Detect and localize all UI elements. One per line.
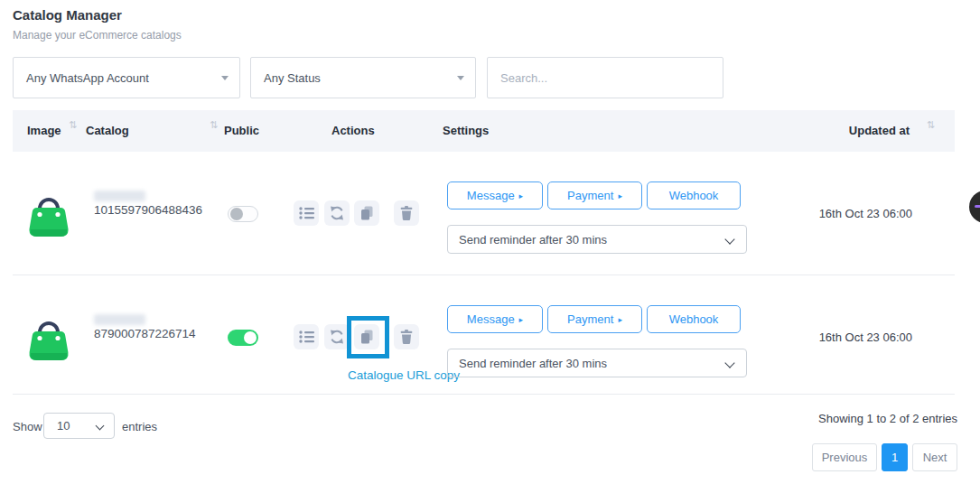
chevron-down-icon (96, 422, 105, 431)
show-label: Show (13, 420, 42, 433)
list-items-button[interactable] (294, 200, 319, 226)
chevron-down-icon (457, 76, 464, 80)
toggle-knob (244, 331, 257, 344)
column-header-catalog[interactable]: Catalog (86, 124, 129, 137)
status-dropdown[interactable]: Any Status (250, 57, 476, 98)
catalog-id: 1015597906488436 (94, 203, 202, 217)
webhook-settings-button[interactable]: Webhook (647, 182, 741, 209)
entries-summary: Showing 1 to 2 of 2 entries (818, 412, 957, 425)
page-size-select[interactable]: 10 (43, 413, 115, 439)
column-header-updated-at[interactable]: Updated at (849, 124, 910, 137)
trash-icon (398, 205, 415, 221)
updated-at: 16th Oct 23 06:00 (819, 207, 912, 220)
row-divider (13, 394, 955, 395)
caret-right-icon: ▸ (618, 191, 622, 200)
table-row: 1015597906488436 Message▸ Payment▸ Webho… (0, 152, 980, 275)
page-subtitle: Manage your eCommerce catalogs (13, 29, 182, 42)
previous-page-button[interactable]: Previous (812, 443, 877, 471)
reminder-select[interactable]: Send reminder after 30 mins (447, 225, 747, 254)
next-page-button[interactable]: Next (912, 443, 957, 471)
caret-right-icon: ▸ (618, 315, 622, 324)
column-header-actions: Actions (331, 124, 375, 137)
list-icon (298, 205, 314, 221)
annotation-label: Catalogue URL copy (348, 368, 460, 382)
reminder-select-value: Send reminder after 30 mins (459, 357, 607, 370)
column-header-image[interactable]: Image (27, 124, 61, 137)
button-label: Message (467, 189, 515, 202)
sync-button[interactable] (324, 200, 350, 226)
page-size-value: 10 (57, 419, 70, 433)
status-dropdown-value: Any Status (264, 71, 321, 85)
list-items-button[interactable] (294, 324, 319, 349)
annotation-highlight-box (347, 316, 389, 358)
button-label: Payment (567, 312, 613, 326)
page-title: Catalog Manager (13, 7, 122, 23)
whatsapp-account-dropdown-value: Any WhatsApp Account (26, 71, 149, 85)
widget-dash-icon (975, 205, 980, 208)
column-header-public: Public (224, 124, 259, 137)
sync-button[interactable] (324, 324, 350, 349)
chevron-down-icon (724, 234, 734, 244)
button-label: Payment (567, 189, 613, 202)
catalog-bag-icon (27, 313, 70, 362)
catalog-manager-page: Catalog Manager Manage your eCommerce ca… (0, 0, 980, 484)
caret-right-icon: ▸ (519, 191, 524, 200)
chevron-down-icon (221, 76, 229, 80)
trash-icon (398, 329, 415, 345)
webhook-settings-button[interactable]: Webhook (647, 305, 741, 333)
reminder-select-value: Send reminder after 30 mins (459, 233, 607, 247)
delete-button[interactable] (394, 324, 419, 349)
copy-icon (359, 205, 375, 221)
message-settings-button[interactable]: Message▸ (447, 182, 543, 209)
button-label: Webhook (669, 312, 719, 326)
sort-icon[interactable]: ⇅ (927, 119, 935, 131)
table-header: Image ⇅ Catalog ⇅ Public Actions Setting… (13, 110, 955, 152)
public-toggle[interactable] (228, 330, 258, 346)
caret-right-icon: ▸ (519, 315, 524, 324)
sort-icon[interactable]: ⇅ (69, 119, 77, 131)
button-label: Webhook (669, 189, 719, 202)
catalog-name-redacted (94, 191, 145, 201)
catalog-bag-icon (27, 190, 70, 238)
search-input[interactable] (487, 57, 723, 98)
payment-settings-button[interactable]: Payment▸ (547, 182, 642, 209)
refresh-icon (329, 205, 345, 221)
entries-label: entries (122, 420, 157, 433)
refresh-icon (329, 329, 345, 345)
whatsapp-account-dropdown[interactable]: Any WhatsApp Account (13, 57, 240, 98)
column-header-settings: Settings (443, 124, 489, 137)
delete-button[interactable] (394, 200, 419, 226)
chevron-down-icon (724, 358, 734, 368)
copy-url-button[interactable] (354, 200, 379, 226)
sort-icon[interactable]: ⇅ (210, 119, 218, 131)
reminder-select[interactable]: Send reminder after 30 mins (447, 349, 747, 377)
table-row: 879000787226714 Catalogue URL copy Messa… (0, 275, 980, 395)
public-toggle[interactable] (228, 206, 258, 222)
catalog-name-redacted (94, 314, 145, 325)
message-settings-button[interactable]: Message▸ (447, 305, 543, 333)
payment-settings-button[interactable]: Payment▸ (547, 305, 642, 333)
current-page-button[interactable]: 1 (882, 443, 908, 471)
toggle-knob (230, 208, 243, 220)
catalog-id: 879000787226714 (94, 327, 196, 340)
updated-at: 16th Oct 23 06:00 (819, 330, 912, 344)
list-icon (298, 329, 314, 345)
button-label: Message (467, 312, 515, 326)
